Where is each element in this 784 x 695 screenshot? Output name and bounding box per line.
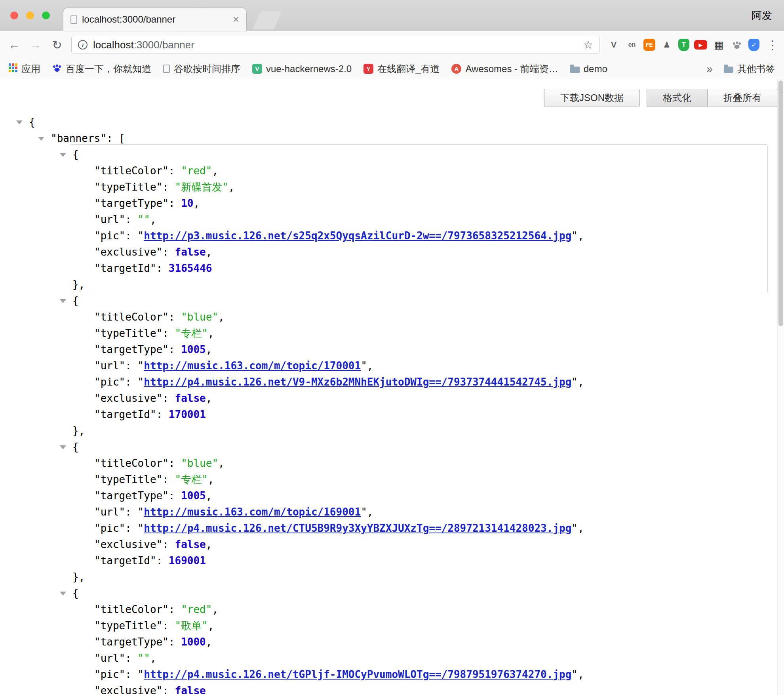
- download-json-button[interactable]: 下载JSON数据: [544, 89, 640, 107]
- json-url-link[interactable]: http://music.163.com/m/topic/169001: [144, 506, 361, 518]
- json-banner-object-4: {"titleColor": "red","typeTitle": "歌单","…: [0, 585, 777, 695]
- collapse-toggle-icon[interactable]: [60, 592, 66, 596]
- json-url-link[interactable]: http://p4.music.126.net/tGPljf-IMOCyPvum…: [144, 668, 571, 680]
- bookmark-item-awesomes[interactable]: AAwesomes - 前端资…: [451, 63, 558, 75]
- json-punctuation: :: [169, 165, 181, 177]
- address-bar[interactable]: i localhost:3000/banner ☆: [71, 36, 600, 54]
- profile-name[interactable]: 阿发: [752, 9, 772, 23]
- scrollbar-thumb[interactable]: [778, 80, 783, 326]
- json-punctuation: :: [162, 327, 175, 339]
- json-punctuation: ": [571, 376, 578, 388]
- collapse-toggle-icon[interactable]: [60, 153, 66, 157]
- json-punctuation: :: [169, 311, 181, 323]
- json-punctuation: {: [29, 116, 35, 128]
- scrollbar-track[interactable]: [777, 79, 784, 695]
- json-punctuation: {: [72, 587, 79, 599]
- json-string-value: "red": [181, 603, 212, 615]
- json-punctuation: ,: [578, 522, 584, 534]
- json-field-typeTitle: "typeTitle": "歌单",: [0, 618, 777, 634]
- youtube-icon[interactable]: ▶: [694, 40, 707, 50]
- json-punctuation: ,: [218, 457, 225, 469]
- forward-icon[interactable]: →: [29, 38, 43, 52]
- bookmark-item-vue-hackernews[interactable]: Vvue-hackernews-2.0: [252, 63, 352, 74]
- bookmark-star-icon[interactable]: ☆: [583, 38, 593, 52]
- bookmark-item-demo[interactable]: demo: [570, 63, 607, 74]
- json-punctuation: ": [571, 522, 578, 534]
- browser-tab[interactable]: localhost:3000/banner ×: [63, 8, 246, 31]
- collapse-toggle-icon[interactable]: [38, 137, 44, 141]
- bookmark-label: Awesomes - 前端资…: [465, 63, 558, 75]
- bookmark-item-baidu[interactable]: 百度一下，你就知道: [52, 63, 151, 75]
- reload-icon[interactable]: ↻: [50, 38, 64, 52]
- folder-icon: [570, 67, 580, 73]
- new-tab-button[interactable]: [253, 11, 282, 29]
- json-punctuation: ": [138, 376, 144, 388]
- qr-code-icon[interactable]: ▦: [712, 38, 725, 52]
- vimium-icon[interactable]: V: [607, 38, 620, 52]
- bookmark-item-apps[interactable]: 应用: [9, 63, 40, 75]
- folder-icon: [724, 67, 733, 73]
- page-info-icon[interactable]: i: [78, 40, 88, 50]
- json-boolean-value: false: [175, 538, 206, 550]
- bookmarks-overflow-icon[interactable]: »: [706, 63, 713, 75]
- json-key: "titleColor": [94, 603, 169, 615]
- security-shield-icon[interactable]: ✓: [748, 39, 759, 51]
- json-number-value: 169001: [169, 555, 206, 567]
- json-boolean-value: false: [175, 246, 206, 258]
- json-key: "url": [94, 214, 125, 225]
- bookmark-label: 百度一下，你就知道: [66, 63, 151, 75]
- format-button[interactable]: 格式化: [647, 89, 708, 107]
- json-key: "typeTitle": [94, 620, 162, 632]
- browser-menu-icon[interactable]: ⋮: [767, 38, 777, 52]
- minimize-window-button[interactable]: [26, 11, 34, 19]
- json-punctuation: :: [169, 636, 181, 648]
- back-icon[interactable]: ←: [7, 38, 21, 52]
- bookmark-label: 应用: [21, 63, 40, 75]
- json-punctuation: ": [571, 230, 578, 242]
- collapse-toggle-icon[interactable]: [60, 299, 66, 303]
- json-punctuation: ,: [228, 181, 235, 193]
- tab-close-icon[interactable]: ×: [233, 14, 239, 25]
- json-url-link[interactable]: http://p3.music.126.net/s25q2x5QyqsAzilC…: [144, 230, 571, 242]
- collab-person-icon[interactable]: ♟: [660, 38, 674, 52]
- json-punctuation: ,: [212, 603, 218, 615]
- bookmark-item-google-sort[interactable]: 谷歌按时间排序: [163, 63, 240, 75]
- close-window-button[interactable]: [10, 11, 18, 19]
- maximize-window-button[interactable]: [42, 11, 50, 19]
- bookmark-label: demo: [584, 63, 607, 74]
- json-key: "pic": [94, 376, 125, 388]
- json-key: "titleColor": [94, 165, 169, 177]
- json-object-close: },: [0, 277, 777, 293]
- url-text[interactable]: localhost:3000/banner: [93, 39, 194, 51]
- collapse-toggle-icon[interactable]: [60, 445, 66, 449]
- collapse-all-button[interactable]: 折叠所有: [708, 89, 778, 107]
- json-punctuation: :: [156, 262, 169, 274]
- json-key: "exclusive": [94, 538, 162, 550]
- json-field-titleColor: "titleColor": "red",: [0, 601, 777, 618]
- json-punctuation: ,: [206, 636, 212, 648]
- json-action-buttons: 下载JSON数据 格式化 折叠所有: [544, 89, 778, 107]
- bookmark-item-youdao[interactable]: Y在线翻译_有道: [363, 63, 440, 75]
- json-punctuation: ,: [150, 652, 156, 664]
- json-punctuation: :: [156, 555, 169, 567]
- trafficlight-shield-icon[interactable]: T: [678, 39, 689, 51]
- translate-en-icon[interactable]: en: [625, 38, 639, 52]
- json-key: "exclusive": [94, 246, 162, 258]
- collapse-toggle-icon[interactable]: [16, 120, 23, 124]
- json-boolean-value: false: [175, 685, 206, 695]
- json-field-url: "url": "http://music.163.com/m/topic/169…: [0, 504, 777, 520]
- paw-print-icon[interactable]: [730, 38, 744, 52]
- other-bookmarks-folder[interactable]: 其他书签: [724, 63, 775, 75]
- view-mode-segmented-control: 格式化 折叠所有: [647, 89, 778, 107]
- json-punctuation: {: [72, 441, 79, 453]
- json-punctuation: ": [138, 230, 144, 242]
- json-url-link[interactable]: http://p4.music.126.net/CTU5B9R9y3XyYBZX…: [144, 522, 571, 534]
- json-punctuation: ,: [218, 311, 225, 323]
- json-punctuation: ,: [206, 344, 212, 355]
- json-url-link[interactable]: http://p4.music.126.net/V9-MXz6b2MNhEKju…: [144, 376, 571, 388]
- json-url-link[interactable]: http://music.163.com/m/topic/170001: [144, 360, 361, 372]
- json-field-url: "url": "",: [0, 650, 777, 666]
- json-tree: {"banners": [{"titleColor": "red","typeT…: [0, 114, 777, 695]
- fe-icon[interactable]: FE: [643, 39, 655, 51]
- json-key: "exclusive": [94, 685, 162, 695]
